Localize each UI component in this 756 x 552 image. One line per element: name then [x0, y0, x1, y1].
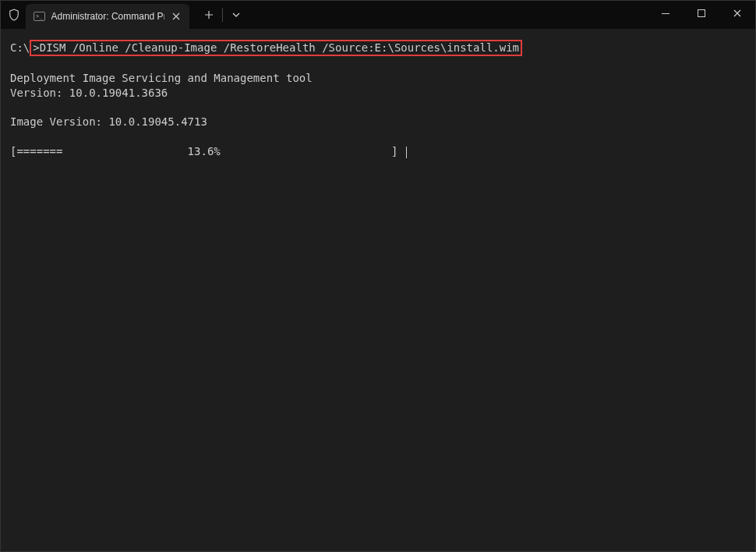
- progress-space-before: [62, 145, 187, 157]
- image-version-line: Image Version: 10.0.19045.4713: [10, 115, 207, 128]
- terminal-window: >_ Administrator: Command Prom: [0, 0, 756, 552]
- progress-percent: 13.6%: [188, 145, 221, 157]
- tab-actions: [199, 5, 246, 25]
- close-icon: [733, 9, 741, 17]
- progress-close: ]: [391, 145, 397, 157]
- progress-filled: =======: [16, 145, 62, 157]
- cursor: [406, 147, 407, 158]
- close-button[interactable]: [719, 1, 755, 26]
- progress-space-after: [221, 145, 391, 157]
- command-text: DISM /Online /Cleanup-Image /RestoreHeal…: [40, 41, 519, 54]
- tab-title: Administrator: Command Prom: [51, 11, 164, 22]
- prompt-prefix: C:\: [10, 41, 30, 54]
- tab-active[interactable]: >_ Administrator: Command Prom: [26, 4, 189, 29]
- command-highlight: >DISM /Online /Cleanup-Image /RestoreHea…: [30, 40, 522, 56]
- tool-name-line: Deployment Image Servicing and Managemen…: [10, 72, 313, 84]
- minimize-button[interactable]: [648, 1, 684, 26]
- new-tab-button[interactable]: [199, 5, 219, 25]
- window-controls: [648, 1, 755, 26]
- tab-close-button[interactable]: [171, 10, 182, 23]
- prompt-symbol: >: [33, 41, 39, 54]
- shield-icon: [9, 9, 19, 21]
- divider: [222, 8, 223, 22]
- tab-dropdown-button[interactable]: [226, 5, 246, 25]
- terminal-output[interactable]: C:\>DISM /Online /Cleanup-Image /Restore…: [1, 29, 755, 551]
- titlebar: >_ Administrator: Command Prom: [1, 1, 755, 29]
- maximize-icon: [698, 9, 705, 17]
- minimize-icon: [662, 13, 669, 14]
- version-line: Version: 10.0.19041.3636: [10, 87, 168, 99]
- maximize-button[interactable]: [684, 1, 719, 26]
- cmd-icon: >_: [34, 12, 45, 21]
